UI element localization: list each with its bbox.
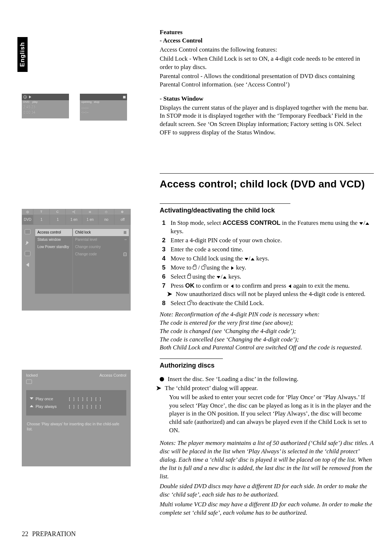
menu-top-dvd: DVD — [22, 215, 33, 225]
menu-side-icons: ♪ — [22, 227, 33, 294]
down-key-icon — [359, 222, 363, 225]
lock-open-icon — [187, 301, 191, 305]
osd-play-label: play — [32, 100, 38, 104]
language-tab: English — [17, 37, 28, 72]
auth-code-boxes-2: [ ] [ ] [ ] [ ] — [69, 404, 102, 409]
status-window-text: Displays the current status of the playe… — [160, 104, 374, 137]
auth-bullet-line: Insert the disc. See ‘Loading a disc’ in… — [160, 375, 374, 384]
auth-play-always: Play always — [36, 404, 57, 409]
triangle-up-icon — [30, 405, 33, 407]
osd-status-stop: opening stop -:--:-- -:--:-- — [80, 94, 127, 121]
menu-col-right: Child lock Parental level▪▪ Change count… — [73, 228, 129, 294]
menu-icon-t: T — [33, 209, 50, 215]
osd-auth-figure: locked Access Control Play once [ ] [ ] … — [22, 370, 131, 475]
menu-top-val-1: 1 — [50, 215, 66, 225]
menu-icon-c: C — [50, 209, 66, 215]
menu-item-child-lock: Child lock — [73, 229, 129, 236]
menu-icon-angle: ◇ — [98, 209, 115, 215]
bullet-icon — [160, 377, 164, 381]
step-4: 4 Move to Child lock using the / keys. — [160, 255, 374, 263]
status-window-subheading: Status Window — [160, 95, 374, 103]
step-3: 3 Enter the code a second time. — [160, 246, 374, 254]
step-8: 8 Select to deactivate the Child Lock. — [160, 299, 374, 308]
auth-title-right: Access Control — [99, 373, 126, 386]
down-key-icon — [217, 276, 220, 279]
access-control-subheading: Access Control — [160, 37, 374, 45]
access-control-intro: Access Control contains the following fe… — [160, 46, 374, 54]
menu-item-change-country: Change country — [73, 243, 129, 251]
video-icon — [25, 229, 30, 234]
lock-icon — [123, 231, 127, 234]
osd-time-1: -:--:-- — [80, 104, 127, 110]
step-6: 6 Select using the / keys. — [160, 273, 374, 281]
menu-item-low-power: Low Power standby — [35, 243, 72, 251]
left-key-icon — [231, 284, 233, 288]
stop-icon — [123, 96, 126, 98]
section-title: Access control; child lock (DVD and VCD) — [160, 177, 374, 191]
h2-rule-1 — [160, 203, 290, 204]
locked-disc-icon — [26, 380, 32, 384]
menu-icon-audio: «( — [66, 209, 82, 215]
menu-top-val-0: 1 — [33, 215, 50, 225]
menu-icon-zoom: ⊕ — [114, 209, 131, 215]
auth-arrow-line: ➤The ‘child protect’ dialog will appear. — [160, 384, 374, 393]
step-2: 2 Enter a 4-digit PIN code of your own c… — [160, 236, 374, 245]
step-7: 7 Press OK to confirm or to confirm and … — [160, 282, 374, 299]
right-key-icon — [231, 266, 234, 270]
triangle-down-icon — [30, 397, 33, 400]
osd-time-2: -:--:-- — [80, 110, 127, 114]
osd-stop-label: stop — [94, 100, 99, 104]
auth-code-boxes-1: [ ] [ ] [ ] [ ] — [69, 396, 102, 402]
menu-top-val-2: 1 en — [66, 215, 82, 225]
step-5: 5 Move to / using the key. — [160, 264, 374, 272]
menu-top-val-5: off — [114, 215, 131, 225]
up-key-icon — [366, 222, 369, 225]
authorizing-heading: Authorizing discs — [160, 361, 374, 370]
osd-time-total: 2:45:23 — [22, 104, 69, 110]
status-osd-figures: ◎ DVD play 2:45:23 0:00:34 opening stop … — [22, 94, 134, 122]
page-number: 22 — [22, 530, 28, 538]
osd-dvd-label: DVD — [23, 100, 29, 104]
osd-time-elapsed: 0:00:34 — [22, 110, 69, 116]
disc-icon: ◎ — [23, 95, 27, 99]
up-key-icon — [251, 258, 254, 260]
activating-steps: 1 In Stop mode, select ACCESS CONTROL in… — [160, 219, 374, 307]
menu-col-left: Access control Status window Low Power s… — [35, 228, 73, 294]
menu-top-val-4: no — [98, 215, 115, 225]
step-1: 1 In Stop mode, select ACCESS CONTROL in… — [160, 219, 374, 236]
lock-closed-icon — [193, 266, 196, 270]
menu-disc-icon: ◎ — [22, 209, 33, 215]
activating-note: Note: Reconfirmation of the 4-digit PIN … — [160, 311, 374, 352]
parental-text: Parental control - Allows the conditiona… — [160, 72, 374, 89]
h1-rule — [160, 173, 374, 174]
auth-foot-text: Choose ‘Play always’ for inserting disc … — [22, 420, 131, 435]
down-key-icon — [245, 258, 248, 260]
auth-locked-label: locked — [26, 373, 38, 378]
code-icon — [123, 252, 127, 256]
menu-item-status-window: Status window — [35, 236, 72, 243]
menu-item-parental-level: Parental level▪▪ — [73, 236, 129, 243]
child-lock-text: Child Lock - When Child Lock is set to O… — [160, 55, 374, 72]
h2-rule-2 — [160, 358, 223, 359]
activating-heading: Activating/deactivating the child lock — [160, 206, 374, 215]
back-arrow-icon — [26, 263, 29, 267]
osd-opening-label: opening — [81, 100, 91, 104]
menu-icon-sub: ⧈ — [82, 209, 98, 215]
page-footer: 22 PREPARATION — [22, 530, 76, 538]
lock-closed-icon — [187, 275, 191, 279]
up-key-icon — [223, 276, 226, 279]
lock-open-icon — [201, 266, 205, 270]
menu-top-val-3: 1 en — [82, 215, 98, 225]
osd-status-play: ◎ DVD play 2:45:23 0:00:34 — [22, 94, 69, 118]
auth-play-once: Play once — [36, 397, 53, 401]
auth-body-text: You will be asked to enter your secret c… — [160, 393, 374, 435]
footer-section: PREPARATION — [32, 530, 76, 538]
speech-icon — [25, 251, 30, 256]
play-icon — [29, 96, 31, 98]
menu-item-access-control: Access control — [35, 229, 72, 236]
menu-item-change-code: Change code — [73, 251, 129, 258]
features-heading: Features — [160, 28, 374, 37]
osd-menu-figure: ◎ T C «( ⧈ ◇ ⊕ DVD 1 1 1 en 1 en no off — [22, 209, 131, 314]
auth-notes: Notes: The player memory maintains a lis… — [160, 439, 374, 517]
left-key-icon — [289, 284, 291, 288]
